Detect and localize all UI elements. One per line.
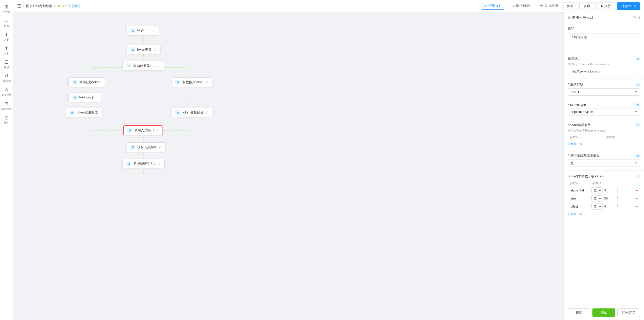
sidebar-item-output[interactable]: ⬆ 出参 bbox=[0, 44, 13, 57]
node-call-attendance[interactable]: ⊞ 调用获取打卡... ✓ bbox=[123, 159, 165, 168]
node-call-user-api-check: ✓ bbox=[156, 128, 159, 132]
body-param-type-1[interactable]: 值 bbox=[591, 195, 602, 202]
panel-edit-icon[interactable]: ✎ bbox=[633, 15, 636, 20]
sys-header-select[interactable]: 是 否 bbox=[568, 159, 640, 167]
body-param-remove-2[interactable]: － bbox=[635, 204, 639, 209]
sidebar-label-output: 出参 bbox=[4, 52, 9, 55]
sidebar: ⊞ 组件库 ▭ 画布 ⬇ 入参 ⬆ 出参 ☰ 描述 ↺ 日志回放 ⊙ 安全设置 … bbox=[0, 0, 13, 320]
body-param-type-2[interactable]: 值 bbox=[591, 204, 602, 210]
header-col-value: 参数值 bbox=[604, 134, 640, 140]
node-token-assign1-icon: ⊞ bbox=[70, 110, 75, 115]
panel-title-text: 调用人员接口 bbox=[572, 15, 593, 20]
sidebar-item-log[interactable]: ↺ 日志回放 bbox=[0, 71, 13, 85]
body-add-row[interactable]: + 新增一行 bbox=[568, 212, 640, 216]
input-icon: ⬇ bbox=[5, 32, 8, 37]
save-button[interactable]: 保存ctrl+s bbox=[617, 2, 640, 10]
sidebar-item-cache[interactable]: ⊡ 缓存设置 bbox=[0, 99, 13, 113]
node-token-var[interactable]: ⊞ token变量 ✓ bbox=[126, 45, 160, 54]
submit-button[interactable]: 提交 bbox=[568, 308, 590, 317]
topbar-center: ⊞ 逻辑设计 ≡ 执行日志 ⚙ 页面权限 bbox=[482, 3, 560, 9]
body-param-val-2[interactable] bbox=[602, 204, 618, 209]
url-label-row: 请求地址 fx bbox=[568, 56, 640, 61]
method-fx-icon[interactable]: fx bbox=[635, 83, 640, 86]
header-add-row[interactable]: + 新增一行 bbox=[568, 142, 640, 146]
test-button[interactable]: 测试 bbox=[592, 308, 615, 317]
node-token-var-label: token变量 bbox=[137, 47, 152, 52]
body-param-val-0[interactable] bbox=[602, 188, 618, 193]
url-sublabel: 支持http://xxx/xxx或lb:demo/xx/xx bbox=[568, 62, 640, 66]
header-col-name: 参数名 bbox=[568, 134, 604, 140]
sidebar-item-version[interactable]: ◎ 版本 bbox=[0, 113, 13, 127]
right-panel: ⊞ 调用人员接口 ✎ ℹ 描述 bbox=[564, 12, 644, 320]
body-label-row: body请求参数，或Param fx bbox=[568, 174, 640, 179]
sidebar-item-security[interactable]: ⊙ 安全设置 bbox=[0, 85, 13, 99]
node-token-assign2[interactable]: ⊞ token变量赋值 ✓ bbox=[172, 108, 212, 117]
node-query-db[interactable]: ⊞ 查询数据库to... ✓ bbox=[123, 61, 164, 71]
panel-info-icon[interactable]: ℹ bbox=[638, 15, 640, 20]
execute-button[interactable]: ▶ 执行 bbox=[596, 2, 615, 10]
backup-button[interactable]: 备份 bbox=[579, 2, 594, 10]
status-dot bbox=[58, 5, 60, 7]
node-start[interactable]: ⊞ 开始 ✓ bbox=[126, 26, 159, 35]
breadcrumb: > 同步钉钉考勤数据 ✎ bbox=[23, 4, 56, 8]
body-col-action bbox=[634, 180, 640, 186]
node-get-token-label: 调用获取token bbox=[79, 80, 100, 85]
node-call-user-api[interactable]: ⊞ 调用人员接口 ✓ bbox=[123, 125, 163, 135]
sidebar-item-describe[interactable]: ☰ 描述 bbox=[0, 57, 13, 71]
node-token-assign1[interactable]: ⊞ token变量赋值 bbox=[66, 108, 102, 117]
canvas-area: ⊞ 开始 ✓ ⊞ token变量 ✓ ⊞ 查询数据库to... ✓ ⊞ 调用获取… bbox=[13, 12, 644, 320]
section-sys-header: * 是否添加系统请求头 fx 是 否 bbox=[564, 150, 644, 171]
publish-button[interactable]: 发布 bbox=[562, 2, 577, 10]
topbar: ☰ > 同步钉钉考勤数据 ✎ 未运行 V2 ⊞ 逻辑设计 ≡ bbox=[13, 0, 644, 12]
menu-icon[interactable]: ☰ bbox=[17, 3, 21, 9]
sys-header-fx-icon[interactable]: fx bbox=[635, 154, 640, 157]
body-param-name-2[interactable] bbox=[569, 204, 589, 209]
header-params-table: 参数名 参数值 bbox=[568, 134, 640, 140]
node-call-user-api-label: 调用人员接口 bbox=[134, 128, 154, 133]
body-fx-icon[interactable]: fx bbox=[635, 175, 640, 178]
body-param-type-0[interactable]: 值 bbox=[591, 187, 602, 193]
section-method: * 请求类型 fx POST GET PUT DELETE bbox=[564, 79, 644, 99]
flow-canvas[interactable]: ⊞ 开始 ✓ ⊞ token变量 ✓ ⊞ 查询数据库to... ✓ ⊞ 调用获取… bbox=[13, 12, 564, 320]
edit-icon[interactable]: ✎ bbox=[53, 4, 56, 8]
header-fx-icon[interactable]: fx bbox=[635, 123, 640, 127]
mediatype-label: * MediaType bbox=[568, 103, 586, 107]
node-fetch-db-token-label: 取数据库token bbox=[182, 80, 204, 85]
sidebar-item-input[interactable]: ⬇ 入参 bbox=[0, 30, 13, 44]
node-query-db-check: ✓ bbox=[157, 64, 160, 68]
node-token-assign2-icon: ⊞ bbox=[175, 110, 180, 115]
tab-log[interactable]: ≡ 执行日志 bbox=[510, 3, 532, 10]
body-param-row-2: 值 － bbox=[568, 203, 640, 211]
mediatype-fx-icon[interactable]: fx bbox=[635, 103, 640, 107]
node-token-store[interactable]: ⊞ token入库 bbox=[68, 93, 101, 102]
struct-button[interactable]: 结构定义 bbox=[617, 308, 640, 317]
body-param-name-1[interactable] bbox=[569, 196, 589, 201]
sidebar-label-input: 入参 bbox=[4, 38, 9, 42]
body-param-name-0[interactable] bbox=[569, 188, 589, 193]
tab-logic[interactable]: ⊞ 逻辑设计 bbox=[482, 3, 504, 10]
sidebar-item-component[interactable]: ⊞ 组件库 bbox=[0, 2, 13, 16]
node-get-token[interactable]: ⊞ 调用获取token bbox=[68, 77, 105, 87]
body-param-remove-0[interactable]: － bbox=[635, 188, 639, 192]
node-token-store-icon: ⊞ bbox=[72, 95, 77, 100]
body-param-val-1[interactable] bbox=[602, 196, 618, 201]
url-input[interactable] bbox=[568, 68, 640, 75]
section-url: 请求地址 fx 支持http://xxx/xxx或lb:demo/xx/xx bbox=[564, 53, 644, 79]
method-select[interactable]: POST GET PUT DELETE bbox=[568, 88, 640, 96]
tab-permission[interactable]: ⚙ 页面权限 bbox=[538, 3, 560, 10]
header-label: header请求参数 bbox=[568, 123, 591, 127]
sidebar-item-canvas[interactable]: ▭ 画布 bbox=[0, 16, 13, 30]
node-get-user-list[interactable]: ⊞ 获取人员数组 ✓ bbox=[126, 142, 166, 152]
nav-sep: > bbox=[23, 4, 25, 8]
mediatype-label-row: * MediaType fx bbox=[568, 103, 640, 107]
body-params-body: 值 － 值 bbox=[568, 186, 640, 211]
desc-textarea[interactable] bbox=[568, 33, 640, 48]
panel-footer: 提交 测试 结构定义 bbox=[564, 305, 644, 320]
url-fx-icon[interactable]: fx bbox=[635, 57, 640, 60]
node-get-user-list-label: 获取人员数组 bbox=[137, 145, 157, 149]
node-query-db-label: 查询数据库to... bbox=[133, 64, 155, 68]
node-token-assign2-check: ✓ bbox=[206, 110, 209, 114]
body-param-remove-1[interactable]: － bbox=[635, 196, 639, 201]
mediatype-select[interactable]: application/json application/x-www-form-… bbox=[568, 108, 640, 115]
node-fetch-db-token[interactable]: ⊞ 取数据库token ✓ bbox=[172, 77, 212, 87]
